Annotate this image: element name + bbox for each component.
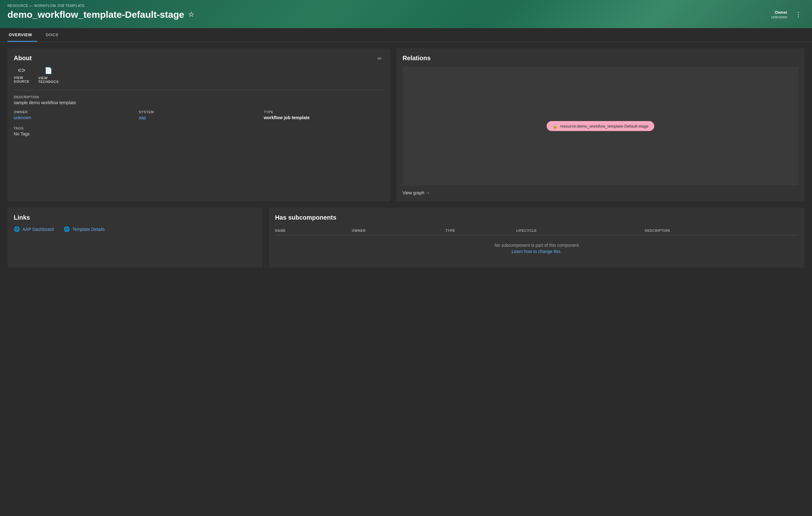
- about-divider: [14, 90, 384, 90]
- owner-label: Owner: [771, 10, 787, 15]
- top-row: About ✏ <> VIEWSOURCE 📄 VIEWTECHDOCS Des…: [7, 48, 805, 202]
- relation-node[interactable]: 🔒 resource:demo_workflow_template-Defaul…: [547, 121, 654, 131]
- globe-icon-1: 🌐: [14, 226, 20, 232]
- empty-state: No subcomponent is part of this componen…: [275, 235, 798, 262]
- col-owner: Owner: [352, 226, 445, 235]
- description-field: Description sample demo workflow templat…: [14, 95, 384, 105]
- description-value: sample demo workflow template: [14, 100, 384, 105]
- owner-value[interactable]: unknown: [14, 115, 134, 120]
- tags-field: Tags No Tags: [14, 126, 384, 136]
- owner-field: Owner unknown: [14, 110, 134, 125]
- subcomponents-title: Has subcomponents: [275, 214, 798, 221]
- link-label-template: Template Details: [72, 227, 105, 232]
- type-field: Type workflow job template: [264, 110, 384, 125]
- empty-state-row: No subcomponent is part of this componen…: [275, 235, 798, 262]
- relations-graph-area: 🔒 resource:demo_workflow_template-Defaul…: [403, 67, 798, 185]
- system-value[interactable]: aap: [139, 115, 259, 120]
- page-title: demo_workflow_template-Default-stage ☆: [7, 9, 194, 20]
- tags-value: No Tags: [14, 131, 384, 136]
- kebab-menu-button[interactable]: ⋮: [792, 9, 805, 20]
- tab-overview[interactable]: Overview: [7, 28, 37, 42]
- system-label: System: [139, 110, 259, 114]
- view-techdocs-button[interactable]: 📄 VIEWTECHDOCS: [38, 67, 59, 84]
- star-icon[interactable]: ☆: [188, 10, 194, 19]
- node-icon: 🔒: [552, 123, 557, 128]
- page-header: Resource — Workflow Job Template demo_wo…: [0, 0, 812, 28]
- about-grid: Owner unknown System aap Type workflow j…: [14, 110, 384, 125]
- col-description: Description: [644, 226, 798, 235]
- document-icon: 📄: [45, 67, 53, 74]
- title-text: demo_workflow_template-Default-stage: [7, 9, 184, 20]
- header-right: Owner unknown ⋮: [771, 9, 805, 20]
- view-techdocs-label: VIEWTECHDOCS: [38, 76, 59, 84]
- relations-card: Relations 🔒 resource:demo_workflow_templ…: [396, 48, 805, 202]
- view-graph-link[interactable]: View graph →: [403, 190, 798, 195]
- subcomponents-table: Name Owner Type Lifecycle Description No…: [275, 226, 798, 261]
- link-label-aap: AAP Dashboard: [23, 227, 54, 232]
- tabs-bar: Overview Docs: [0, 28, 812, 42]
- about-title: About: [14, 55, 32, 62]
- view-source-label: VIEWSOURCE: [14, 76, 29, 83]
- about-actions: <> VIEWSOURCE 📄 VIEWTECHDOCS: [14, 67, 384, 84]
- tab-docs[interactable]: Docs: [45, 28, 63, 42]
- breadcrumb: Resource — Workflow Job Template: [7, 4, 805, 7]
- view-source-button[interactable]: <> VIEWSOURCE: [14, 67, 29, 84]
- system-field: System aap: [139, 110, 259, 125]
- type-label: Type: [264, 110, 384, 114]
- node-label: resource:demo_workflow_template-Default-…: [560, 124, 648, 128]
- empty-text: No subcomponent is part of this componen…: [495, 243, 579, 248]
- subcomponents-card: Has subcomponents Name Owner Type Lifecy…: [269, 208, 805, 268]
- links-title: Links: [14, 214, 256, 221]
- edit-button[interactable]: ✏: [375, 55, 384, 63]
- col-name: Name: [275, 226, 352, 235]
- tags-label: Tags: [14, 126, 384, 130]
- empty-learn-link[interactable]: Learn how to change this.: [283, 249, 791, 254]
- link-item-template-details[interactable]: 🌐 Template Details: [64, 226, 105, 232]
- owner-block: Owner unknown: [771, 10, 787, 19]
- relations-title: Relations: [403, 55, 798, 62]
- view-graph-text: View graph →: [403, 190, 430, 195]
- col-lifecycle: Lifecycle: [516, 226, 644, 235]
- table-header-row: Name Owner Type Lifecycle Description: [275, 226, 798, 235]
- type-value: workflow job template: [264, 115, 384, 120]
- link-item-aap-dashboard[interactable]: 🌐 AAP Dashboard: [14, 226, 54, 232]
- code-icon: <>: [18, 67, 25, 74]
- main-content: About ✏ <> VIEWSOURCE 📄 VIEWTECHDOCS Des…: [0, 42, 812, 274]
- links-list: 🌐 AAP Dashboard 🌐 Template Details: [14, 226, 256, 232]
- description-label: Description: [14, 95, 384, 99]
- bottom-row: Links 🌐 AAP Dashboard 🌐 Template Details…: [7, 208, 805, 268]
- about-card: About ✏ <> VIEWSOURCE 📄 VIEWTECHDOCS Des…: [7, 48, 390, 202]
- owner-value: unknown: [771, 15, 787, 19]
- col-type: Type: [445, 226, 516, 235]
- links-card: Links 🌐 AAP Dashboard 🌐 Template Details: [7, 208, 263, 268]
- globe-icon-2: 🌐: [64, 226, 70, 232]
- owner-label: Owner: [14, 110, 134, 114]
